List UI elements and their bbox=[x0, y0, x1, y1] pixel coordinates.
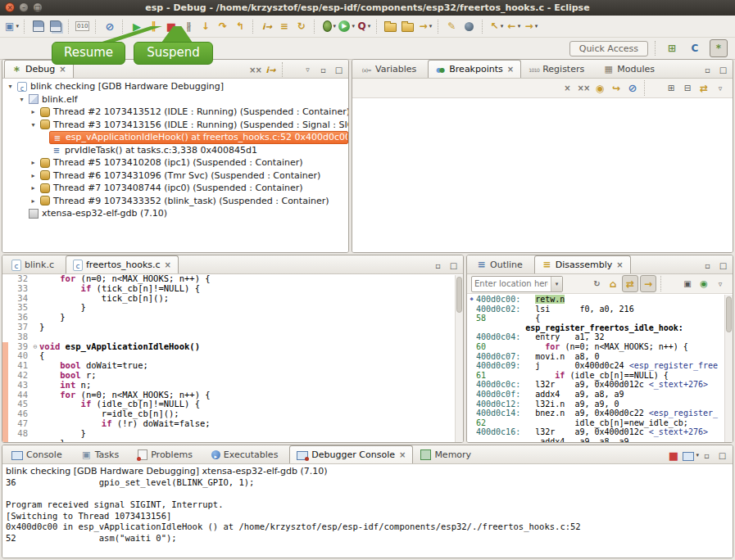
tab-problems[interactable]: Problems bbox=[130, 445, 204, 463]
tree-row[interactable]: ▸Thread #2 1073413512 (IDLE : Running) (… bbox=[2, 106, 348, 119]
disassembly-scrollbar[interactable] bbox=[724, 295, 733, 442]
close-icon[interactable]: × bbox=[165, 260, 171, 269]
pin-icon[interactable]: ◉ bbox=[696, 276, 711, 291]
home-icon[interactable]: ⌂ bbox=[606, 276, 620, 291]
save-all-icon[interactable] bbox=[48, 18, 64, 34]
code-editor[interactable]: 32 for (n=0; n<MAX_HOOKS; n++) { 33 if (… bbox=[2, 274, 463, 442]
fold-icon[interactable] bbox=[31, 381, 39, 391]
tab-modules[interactable]: Modules bbox=[596, 60, 666, 78]
tree-row[interactable]: ▸Thread #9 1073433352 (blink_task) (Susp… bbox=[2, 195, 348, 208]
fold-icon[interactable] bbox=[31, 274, 39, 284]
fold-icon[interactable] bbox=[31, 303, 39, 313]
window-maximize-icon[interactable]: □ bbox=[33, 2, 43, 12]
view-menu-icon[interactable]: ▿ bbox=[713, 276, 728, 291]
expander-icon[interactable]: ▾ bbox=[6, 83, 15, 90]
maximize-icon[interactable]: □ bbox=[716, 258, 730, 273]
minimize-icon[interactable]: ▫ bbox=[316, 62, 330, 77]
refresh-icon[interactable]: ↻ bbox=[589, 276, 604, 291]
close-icon[interactable]: × bbox=[616, 260, 623, 269]
remove-all-breakpoints-icon[interactable]: ×× bbox=[576, 80, 591, 96]
tree-row[interactable]: ▾Thread #3 1073413156 (IDLE : Running) (… bbox=[2, 119, 348, 132]
new-c-project-icon[interactable] bbox=[383, 18, 399, 34]
expander-icon[interactable]: ▸ bbox=[29, 184, 38, 192]
tree-row[interactable]: ▾blink checking [GDB Hardware Debugging] bbox=[2, 80, 348, 93]
step-into-icon[interactable]: ↓ bbox=[198, 18, 214, 34]
breakpoints-empty-area[interactable] bbox=[352, 98, 733, 252]
restart-icon[interactable]: ↻ bbox=[294, 18, 310, 34]
window-minimize-icon[interactable]: – bbox=[19, 2, 29, 12]
remove-breakpoint-icon[interactable]: × bbox=[560, 80, 574, 96]
minimize-icon[interactable]: ▫ bbox=[701, 448, 715, 463]
tab-debugger-console[interactable]: Debugger Console× bbox=[289, 445, 413, 463]
sync-active-context-icon[interactable]: ⇄ bbox=[622, 275, 638, 292]
maximize-icon[interactable]: □ bbox=[716, 62, 730, 77]
save-icon[interactable] bbox=[31, 18, 47, 34]
cpp-perspective-icon[interactable]: C bbox=[687, 40, 703, 56]
tab-executables[interactable]: Executables bbox=[204, 445, 290, 463]
collapse-all-icon[interactable]: ⊟ bbox=[680, 80, 695, 96]
fold-icon[interactable] bbox=[31, 332, 39, 342]
expander-icon[interactable]: ▸ bbox=[29, 197, 38, 205]
maximize-icon[interactable]: □ bbox=[716, 448, 730, 463]
step-return-icon[interactable]: ↰ bbox=[233, 18, 248, 34]
fold-icon[interactable] bbox=[31, 429, 39, 439]
fold-icon[interactable] bbox=[31, 419, 39, 429]
view-menu-icon[interactable]: ▿ bbox=[301, 62, 315, 77]
build-icon[interactable]: 010 bbox=[75, 18, 91, 34]
external-tools-icon[interactable]: →▾ bbox=[418, 18, 433, 34]
fold-icon[interactable] bbox=[31, 391, 39, 400]
disassembly-listing[interactable]: ◆400d0c00: retw.n 400d0c02: lsi f0, a0, … bbox=[467, 294, 733, 443]
minimize-icon[interactable]: ▫ bbox=[431, 258, 445, 273]
tab-memory[interactable]: Memory bbox=[413, 445, 483, 463]
expander-icon[interactable]: ▾ bbox=[17, 96, 26, 103]
tab-variables[interactable]: Variables bbox=[354, 60, 428, 78]
instruction-stepping-mode-icon[interactable]: i→ bbox=[264, 62, 278, 77]
tree-row[interactable]: esp_vApplicationIdleHook() at freertos_h… bbox=[2, 131, 348, 144]
open-project-icon[interactable] bbox=[401, 18, 416, 34]
tab-disassembly[interactable]: Disassembly× bbox=[534, 255, 631, 273]
fold-icon[interactable] bbox=[31, 371, 39, 381]
last-edit-location-icon[interactable]: ↖▾ bbox=[489, 18, 505, 34]
tree-row[interactable]: ▾blink.elf bbox=[2, 93, 348, 106]
tab-tasks[interactable]: Tasks bbox=[74, 445, 130, 463]
skip-all-breakpoints-icon[interactable]: ⊘ bbox=[625, 80, 640, 96]
debugger-console-output[interactable]: blink checking [GDB Hardware Debugging] … bbox=[2, 464, 733, 558]
debug-icon[interactable]: ▾ bbox=[321, 18, 337, 34]
go-to-file-for-breakpoint-icon[interactable]: ↪ bbox=[609, 80, 624, 96]
quick-access[interactable]: Quick Access bbox=[569, 41, 648, 56]
tab-registers[interactable]: Registers bbox=[521, 60, 596, 78]
back-icon[interactable]: ←▾ bbox=[506, 18, 522, 34]
fold-icon[interactable] bbox=[31, 323, 39, 332]
tree-row[interactable]: prvIdleTask() at tasks.c:3,338 0x400845d… bbox=[2, 144, 348, 157]
highlight-icon[interactable]: ✎ bbox=[445, 18, 461, 34]
fold-icon[interactable] bbox=[31, 351, 39, 361]
tab-freertos-hooks-c[interactable]: freertos_hooks.c× bbox=[66, 255, 179, 273]
remove-all-terminated-icon[interactable]: ×× bbox=[248, 62, 262, 77]
fold-icon[interactable] bbox=[31, 284, 39, 294]
track-expression-icon[interactable]: → bbox=[640, 275, 656, 292]
fold-icon[interactable] bbox=[31, 409, 39, 419]
debug-launch-tree[interactable]: ▾blink checking [GDB Hardware Debugging]… bbox=[2, 79, 348, 253]
expander-icon[interactable]: ▸ bbox=[29, 159, 38, 166]
tree-row[interactable]: xtensa-esp32-elf-gdb (7.10) bbox=[2, 207, 348, 220]
tab-outline[interactable]: Outline bbox=[469, 255, 534, 273]
skip-all-breakpoints-icon[interactable]: ⊘ bbox=[102, 18, 118, 34]
view-menu-icon[interactable]: ▿ bbox=[713, 80, 728, 96]
debug-perspective-icon[interactable]: * bbox=[710, 39, 728, 57]
editor-scrollbar[interactable] bbox=[455, 275, 463, 442]
close-icon[interactable]: × bbox=[507, 65, 514, 74]
close-icon[interactable]: × bbox=[399, 450, 406, 459]
window-close-icon[interactable]: × bbox=[5, 2, 15, 12]
tab-blink-c[interactable]: blink.c bbox=[4, 255, 66, 273]
minimize-icon[interactable]: ▫ bbox=[701, 258, 715, 273]
instruction-stepping-icon[interactable]: i→ bbox=[260, 18, 275, 34]
maximize-icon[interactable]: □ bbox=[332, 62, 346, 77]
maximize-icon[interactable]: □ bbox=[447, 258, 461, 273]
expander-icon[interactable]: ▾ bbox=[29, 121, 38, 129]
fold-icon[interactable] bbox=[31, 439, 39, 442]
fold-icon[interactable] bbox=[31, 361, 39, 371]
forward-icon[interactable]: →▾ bbox=[524, 18, 539, 34]
show-breakpoints-for-selection-icon[interactable]: ◉ bbox=[592, 80, 607, 96]
open-perspective-icon[interactable]: ⊞ bbox=[664, 40, 680, 56]
minimize-icon[interactable]: ▫ bbox=[701, 62, 715, 77]
